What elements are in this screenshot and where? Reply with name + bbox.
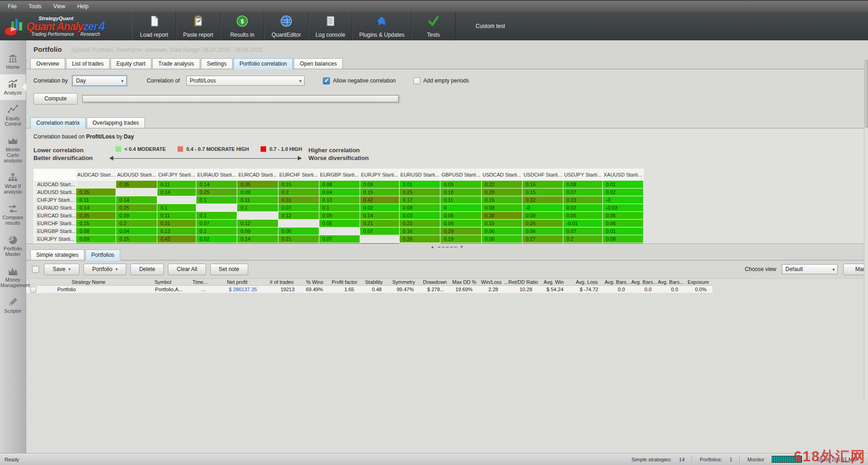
sidebar: HomeAnalyzeEquity ControlMonte Carlo ana… xyxy=(0,40,26,453)
add-empty-periods-label: Add empty periods xyxy=(423,78,469,84)
matrix-cell: -0.03 xyxy=(603,204,643,211)
subtab-overlapping-trades[interactable]: Overlapping trades xyxy=(87,117,145,128)
sidebar-item-portfolio-master[interactable]: Portfolio Master xyxy=(0,230,26,261)
column-header-avg-win[interactable]: Avg. Win xyxy=(538,279,569,286)
column-header-avg-bars[interactable]: Avg. Bars... xyxy=(604,279,631,286)
column-header-win-loss[interactable]: Win/Loss xyxy=(479,279,504,286)
tab-trade-analysis[interactable]: Trade analysis xyxy=(152,58,200,69)
sidebar-item-scripter[interactable]: Scripter xyxy=(0,293,26,318)
paste-report-icon xyxy=(192,15,205,28)
scrollbar-thumb[interactable] xyxy=(865,59,868,128)
tests-button[interactable]: Tests xyxy=(412,12,456,40)
matrix-cell: -0.01 xyxy=(563,220,602,227)
tab-open-balances[interactable]: Open balances xyxy=(294,58,343,69)
strategy-row[interactable]: PortfolioPortfolio,A......$ 286137.35192… xyxy=(26,286,868,293)
analyze-icon xyxy=(7,78,18,89)
set-note-button[interactable]: Set note xyxy=(210,264,248,275)
column-header-max-dd[interactable]: Max DD % xyxy=(450,279,479,286)
menu-file[interactable]: File xyxy=(2,1,22,11)
paste-report-button[interactable]: Paste report xyxy=(176,12,220,40)
matrix-cell: 0.02 xyxy=(196,235,237,243)
matrix-cell: 0.05 xyxy=(319,220,360,227)
sidebar-item-monte-carlo-analysis[interactable]: Monte Carlo analysis xyxy=(0,131,26,168)
matrix-cell: 0.08 xyxy=(523,212,563,219)
correlation-legend: Lower correlation Better diversification… xyxy=(26,140,868,162)
splitter-handle[interactable] xyxy=(438,247,457,248)
column-header-of-trades[interactable]: # of trades xyxy=(263,279,300,286)
matrix-cell: 0.38 xyxy=(482,212,522,219)
bottom-tab-simple-strategies[interactable]: Simple strategies xyxy=(30,249,84,260)
sidebar-item-analyze[interactable]: Analyze xyxy=(0,74,26,100)
column-header-ret-dd-ratio[interactable]: ...Ret/DD Ratio xyxy=(504,279,538,286)
correlation-of-select[interactable]: Profit/Loss ▾ xyxy=(186,76,305,86)
sidebar-item-what-if-analysis[interactable]: What If analysis xyxy=(0,168,26,199)
matrix-cell: 0.2 xyxy=(278,188,319,196)
bottom-tab-portfolios[interactable]: Portfolios xyxy=(85,249,120,260)
column-header-profit-factor[interactable]: Profit factor xyxy=(329,279,360,286)
correlation-by-select[interactable]: Day ▾ xyxy=(72,76,127,86)
select-all-checkbox[interactable] xyxy=(32,266,39,273)
collapse-up-icon[interactable]: ▲ xyxy=(431,245,434,249)
compute-button[interactable]: Compute xyxy=(33,93,78,105)
log-console-button[interactable]: Log console xyxy=(308,12,352,40)
menu-help[interactable]: Help xyxy=(71,1,95,11)
clear-all-button[interactable]: Clear All xyxy=(168,264,206,275)
column-header-stability[interactable]: Stability xyxy=(360,279,388,286)
column-header-avg-bars[interactable]: Avg. Bars... xyxy=(657,279,684,286)
column-header-wins[interactable]: % Wins xyxy=(300,279,329,286)
matrix-col-header: EURGBP Starti... xyxy=(319,169,360,180)
cell-win-loss: 2.28 xyxy=(479,286,504,293)
matrix-cell: 0.1 xyxy=(196,212,237,219)
panel-splitter[interactable]: ▲ ▼ xyxy=(26,244,868,250)
strategies-toolbar-buttons: Save▾Portfolio▾DeleteClear AllSet note xyxy=(44,264,248,275)
column-header-time[interactable]: Time... xyxy=(189,279,211,286)
column-header-net-profit[interactable]: Net profit xyxy=(211,279,263,286)
column-header-exposure[interactable]: Exposure xyxy=(684,279,712,286)
tab-overview[interactable]: Overview xyxy=(30,58,65,69)
matrix-cell: 0.1 xyxy=(237,204,278,211)
load-report-button[interactable]: Load report xyxy=(132,12,176,40)
sidebar-item-money-management[interactable]: Money Management xyxy=(0,261,26,293)
matrix-cell: 0.11 xyxy=(76,196,116,204)
sidebar-item-home[interactable]: Home xyxy=(0,49,26,74)
tab-portfolio-correlation[interactable]: Portfolio correlation xyxy=(234,58,293,69)
plugins-updates-button[interactable]: Plugins & Updates xyxy=(352,12,412,40)
row-checkbox[interactable] xyxy=(30,287,36,293)
vertical-scrollbar[interactable] xyxy=(864,59,868,400)
column-header-symbol[interactable]: Symbol xyxy=(137,279,189,286)
quanteditor-button[interactable]: QuantEditor xyxy=(264,12,308,40)
collapse-down-icon[interactable]: ▼ xyxy=(460,245,464,249)
menu-tools[interactable]: Tools xyxy=(22,1,47,11)
matrix-row-label: EURCAD Starti... xyxy=(34,212,76,219)
column-header-avg-bars[interactable]: Avg. Bars... xyxy=(631,279,657,286)
add-empty-periods-checkbox[interactable] xyxy=(413,78,420,84)
matrix-cell: 0.12 xyxy=(237,220,278,227)
matrix-row-label: AUDUSD Starti... xyxy=(34,188,76,196)
tab-settings[interactable]: Settings xyxy=(201,58,233,69)
matrix-cell: 0.15 xyxy=(76,220,116,227)
column-header-strategy-name[interactable]: Strategy Name xyxy=(40,279,137,286)
matrix-row: EURCHF Starti...0.150.20.310.070.120.050… xyxy=(34,220,643,227)
results-in-button[interactable]: $Results in xyxy=(220,12,264,40)
column-header-avg-loss[interactable]: Avg. Loss xyxy=(569,279,604,286)
menu-view[interactable]: View xyxy=(47,1,71,11)
column-header-drawdown[interactable]: Drawdown xyxy=(420,279,450,286)
legend-color-swatch xyxy=(116,146,121,152)
matrix-col-header: XAUUSD Starti... xyxy=(603,169,643,180)
sidebar-item-compare-results[interactable]: Compare results xyxy=(0,199,26,230)
tab-list-of-trades[interactable]: List of trades xyxy=(66,58,110,69)
matrix-cell: 0.06 xyxy=(523,227,563,235)
save-button[interactable]: Save▾ xyxy=(44,264,79,275)
column-header-symmetry[interactable]: Symmetry xyxy=(388,279,420,286)
subtab-correlation-matrix[interactable]: Correlation matrix xyxy=(30,117,86,128)
allow-negative-checkbox[interactable] xyxy=(323,78,330,84)
tab-equity-chart[interactable]: Equity chart xyxy=(111,58,151,69)
delete-button[interactable]: Delete xyxy=(130,264,164,275)
portfolio-button[interactable]: Portfolio▾ xyxy=(83,264,127,275)
cell-exposure: 0.0% xyxy=(684,286,712,293)
choose-view-select[interactable]: Default ▾ xyxy=(782,264,838,274)
matrix-cell: 0.09 xyxy=(440,181,481,188)
sidebar-item-equity-control[interactable]: Equity Control xyxy=(0,100,26,131)
matrix-cell: 0.09 xyxy=(237,227,278,235)
matrix-cell: 0.2 xyxy=(563,235,602,243)
